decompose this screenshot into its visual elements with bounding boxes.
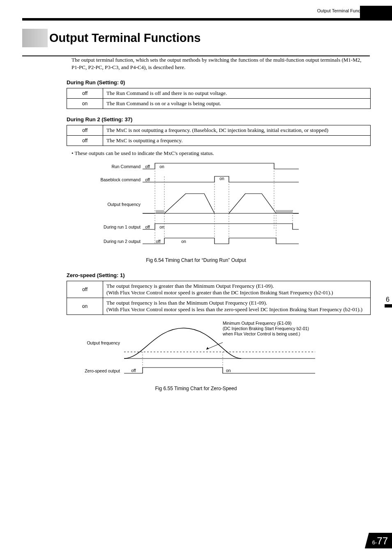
intro-paragraph: The output terminal function, which sets…: [71, 56, 370, 71]
waveform-run2: [143, 238, 299, 244]
waveform-freq-2: [229, 194, 276, 213]
label-on: on: [219, 176, 224, 181]
table-row: on The output frequency is less than the…: [67, 298, 371, 315]
timing-chart-654: Run Command off on Baseblock command off…: [69, 161, 323, 253]
desc-cell: The output frequency is less than the Mi…: [103, 298, 371, 315]
desc-cell: The MxC is outputting a frequency.: [103, 136, 371, 146]
label-baseblock: Baseblock command: [101, 177, 141, 182]
desc-cell: The Run Command is on or a voltage is be…: [103, 99, 371, 109]
dc-braking-bar: [276, 210, 293, 213]
label-output-freq: Output frequency: [107, 202, 141, 207]
label-output-freq: Output frequency: [87, 340, 120, 345]
title-tab: [22, 29, 48, 47]
table-row: off The Run Command is off and there is …: [67, 88, 371, 99]
label-on: on: [226, 368, 231, 373]
state-cell: on: [67, 298, 103, 315]
state-cell: on: [67, 99, 103, 109]
label-run2-output: During run 2 output: [104, 239, 141, 244]
label-off: off: [145, 224, 150, 229]
label-zero-output: Zero-speed output: [85, 368, 120, 373]
state-cell: off: [67, 88, 103, 99]
page-title: Output Terminal Functions: [49, 29, 201, 47]
footer-page-tab: 6-77: [365, 533, 392, 548]
waveform-freq-1: [143, 194, 214, 213]
caption-fig-655: Fig 6.55 Timing Chart for Zero-Speed: [22, 386, 370, 391]
side-tab-number: 6: [385, 296, 392, 303]
zero-speed-chart-655: Output frequency Minimum Output Frequenc…: [60, 320, 332, 382]
caption-fig-654: Fig 6.54 Timing Chart for “During Run” O…: [22, 257, 370, 263]
table-row: off The output frequency is greater than…: [67, 281, 371, 298]
title-block: Output Terminal Functions: [22, 29, 370, 47]
label-off: off: [145, 177, 150, 182]
table-zero-speed: off The output frequency is greater than…: [67, 281, 371, 315]
state-cell: off: [67, 125, 103, 136]
label-on: on: [159, 164, 164, 169]
table-row: off The MxC is outputting a frequency.: [67, 136, 371, 146]
state-cell: off: [67, 281, 103, 298]
label-on: on: [181, 239, 186, 244]
note-arrowhead: [206, 347, 209, 349]
table-during-run: off The Run Command is off and there is …: [67, 88, 371, 109]
label-off: off: [145, 164, 150, 169]
desc-cell: The MxC is not outputting a frequency. (…: [103, 125, 371, 136]
label-off: off: [156, 239, 161, 244]
label-run-command: Run Command: [111, 164, 141, 169]
desc-cell: The output frequency is greater than the…: [103, 281, 371, 298]
heading-during-run-2: During Run 2 (Setting: 37): [67, 116, 370, 123]
state-cell: off: [67, 136, 103, 146]
side-tab: 6: [385, 296, 392, 308]
guide-lines: [155, 163, 293, 244]
threshold-note: Minimum Output Frequency (E1-09) (DC Inj…: [223, 321, 315, 337]
table-row: on The Run Command is on or a voltage is…: [67, 99, 371, 109]
label-run1-output: During run 1 output: [104, 224, 141, 229]
side-tab-bar: [385, 304, 392, 308]
footer-prefix: 6-: [372, 539, 377, 546]
waveform-run1: [143, 224, 299, 229]
dc-braking-bar: [156, 210, 164, 213]
table-during-run-2: off The MxC is not outputting a frequenc…: [67, 125, 371, 146]
label-off: off: [131, 368, 136, 373]
waveform-zero: [124, 368, 315, 373]
content-area: Output Terminal Functions The output ter…: [22, 29, 370, 400]
desc-cell: The Run Command is off and there is no o…: [103, 88, 371, 99]
footer-page-number: 77: [377, 535, 388, 546]
heading-zero-speed: Zero-speed (Setting: 1): [67, 272, 370, 278]
table-row: off The MxC is not outputting a frequenc…: [67, 125, 371, 136]
label-on: on: [159, 224, 164, 229]
waveform-run-command: [143, 163, 299, 169]
bullet-note: These outputs can be used to indicate th…: [71, 150, 370, 157]
top-rule: [22, 18, 392, 21]
heading-during-run: During Run (Setting: 0): [67, 79, 370, 86]
